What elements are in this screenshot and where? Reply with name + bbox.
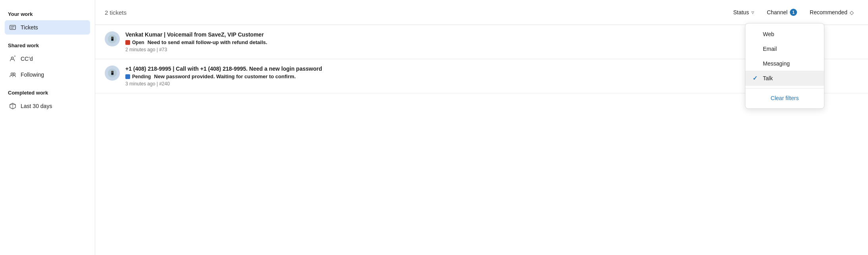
shared-work-label: Shared work [5,39,90,50]
avatar: 📱 [105,31,120,46]
dropdown-item-label: Web [763,31,774,37]
open-status-dot [125,40,130,45]
cube-icon [9,102,17,110]
sidebar-item-tickets[interactable]: Tickets [5,20,90,35]
sidebar-item-ccd[interactable]: + CC'd [5,52,90,66]
check-icon-messaging [753,60,759,67]
channel-filter-button[interactable]: Channel 1 [762,6,802,18]
sidebar-item-following[interactable]: Following [5,68,90,82]
dropdown-item-talk[interactable]: ✓ Talk [745,71,824,86]
channel-label: Channel [767,9,787,15]
toolbar: 2 tickets Status ▿ Channel 1 Recommended… [95,0,868,25]
funnel-icon: ▿ [751,9,754,15]
sidebar: Your work Tickets Shared work + CC'd [0,0,95,255]
recommended-label: Recommended [810,9,847,15]
svg-text:+: + [14,55,16,58]
following-icon [9,71,17,79]
tickets-icon [9,23,17,31]
status-badge: Pending [125,74,151,79]
sidebar-item-last30[interactable]: Last 30 days [5,99,90,113]
ticket-description: Need to send email follow-up with refund… [148,39,267,45]
avatar: 📱 [105,66,120,81]
clear-filters-button[interactable]: Clear filters [745,91,824,105]
svg-point-6 [13,73,15,75]
ccd-label: CC'd [21,56,33,62]
svg-point-3 [11,57,13,59]
dropdown-item-email[interactable]: Email [745,41,824,56]
svg-rect-0 [10,25,15,30]
pending-status-dot [125,74,130,79]
svg-point-5 [11,73,13,75]
dropdown-item-label: Email [763,46,777,52]
status-text: Pending [132,74,151,79]
following-label: Following [21,71,44,78]
sort-icon: ◇ [850,10,854,15]
status-badge: Open [125,40,144,45]
ticket-count: 2 tickets [105,9,127,16]
check-icon-web [753,31,759,37]
channel-badge: 1 [790,9,797,16]
ccd-icon: + [9,55,17,63]
dropdown-divider [745,88,824,89]
svg-text:📱: 📱 [110,36,115,41]
dropdown-item-label: Messaging [763,60,790,67]
dropdown-item-web[interactable]: Web [745,27,824,41]
tickets-label: Tickets [21,24,38,31]
ticket-description: New password provided. Waiting for custo… [154,73,296,79]
check-icon-talk: ✓ [753,75,759,82]
completed-work-label: Completed work [5,87,90,97]
your-work-label: Your work [5,8,90,19]
check-icon-email [753,45,759,52]
main-content: 2 tickets Status ▿ Channel 1 Recommended… [95,0,868,255]
dropdown-item-label: Talk [763,75,773,81]
svg-text:📱: 📱 [110,70,115,75]
filter-controls: Status ▿ Channel 1 Recommended ◇ [728,6,858,18]
status-label: Status [733,9,749,15]
recommended-button[interactable]: Recommended ◇ [805,7,858,18]
channel-dropdown: Web Email Messaging ✓ Talk Clear filters [745,23,824,109]
dropdown-item-messaging[interactable]: Messaging [745,56,824,71]
status-text: Open [132,40,144,45]
last30-label: Last 30 days [21,103,52,109]
status-filter-button[interactable]: Status ▿ [728,7,759,18]
